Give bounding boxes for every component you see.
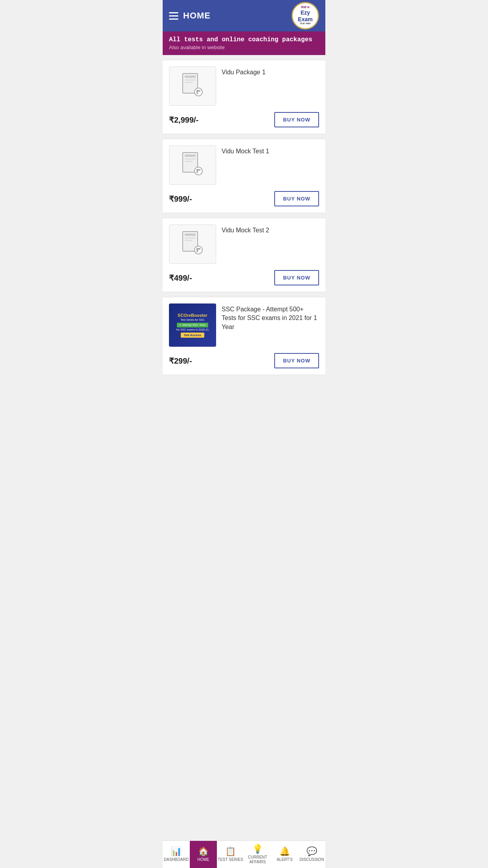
svg-rect-10: [185, 161, 193, 162]
svg-rect-1: [185, 75, 196, 78]
app-header: HOME तेरसो मा Ezy Exam से अर पक्का: [163, 0, 325, 31]
svg-rect-9: [185, 158, 196, 160]
svg-point-18: [194, 246, 202, 254]
package-image-mock-2: [169, 224, 216, 264]
package-image-ssc: SCOreBooster Test Series for SSC ✔ Attem…: [169, 303, 216, 347]
svg-rect-15: [185, 234, 196, 236]
buy-button-ssc[interactable]: BUY NOW: [274, 353, 319, 368]
svg-rect-8: [185, 154, 196, 157]
package-price-mock-2: ₹499/-: [169, 273, 192, 283]
svg-rect-2: [185, 79, 196, 81]
package-title-mock-2: Vidu Mock Test 2: [222, 224, 269, 235]
package-price-vidu-1: ₹2,999/-: [169, 115, 198, 125]
packages-list: Vidu Package 1 ₹2,999/- BUY NOW: [163, 60, 325, 411]
package-card-mock-2: Vidu Mock Test 2 ₹499/- BUY NOW: [163, 218, 325, 292]
banner-title: All tests and online coaching packages: [169, 36, 319, 43]
package-card-mock-1: Vidu Mock Test 1 ₹999/- BUY NOW: [163, 139, 325, 213]
svg-rect-16: [185, 237, 196, 239]
svg-point-4: [194, 88, 202, 96]
page-title: HOME: [183, 11, 211, 21]
book-icon: [181, 72, 204, 101]
buy-button-vidu-1[interactable]: BUY NOW: [274, 112, 319, 127]
svg-rect-13: [196, 169, 200, 171]
package-title-mock-1: Vidu Mock Test 1: [222, 145, 269, 156]
buy-button-mock-1[interactable]: BUY NOW: [274, 191, 319, 206]
svg-rect-6: [196, 90, 200, 92]
app-logo: तेरसो मा Ezy Exam से अर पक्का: [292, 2, 319, 29]
package-price-mock-1: ₹999/-: [169, 194, 192, 204]
package-image-vidu-1: [169, 66, 216, 106]
promo-banner: All tests and online coaching packages A…: [163, 31, 325, 55]
svg-rect-3: [185, 82, 193, 83]
header-left: HOME: [169, 11, 211, 21]
book-icon-3: [181, 230, 204, 259]
svg-rect-17: [185, 240, 193, 241]
banner-subtitle: Also available in website: [169, 44, 319, 50]
svg-point-11: [194, 167, 202, 175]
package-card-ssc: SCOreBooster Test Series for SSC ✔ Attem…: [163, 297, 325, 375]
package-image-mock-1: [169, 145, 216, 185]
hamburger-menu[interactable]: [169, 12, 178, 20]
book-icon-2: [181, 151, 204, 180]
package-price-ssc: ₹299/-: [169, 356, 192, 366]
package-title-vidu-1: Vidu Package 1: [222, 66, 266, 77]
buy-button-mock-2[interactable]: BUY NOW: [274, 270, 319, 285]
package-card-vidu-1: Vidu Package 1 ₹2,999/- BUY NOW: [163, 60, 325, 134]
svg-rect-20: [196, 248, 200, 250]
package-title-ssc: SSC Package - Attempt 500+ Tests for SSC…: [222, 303, 319, 331]
